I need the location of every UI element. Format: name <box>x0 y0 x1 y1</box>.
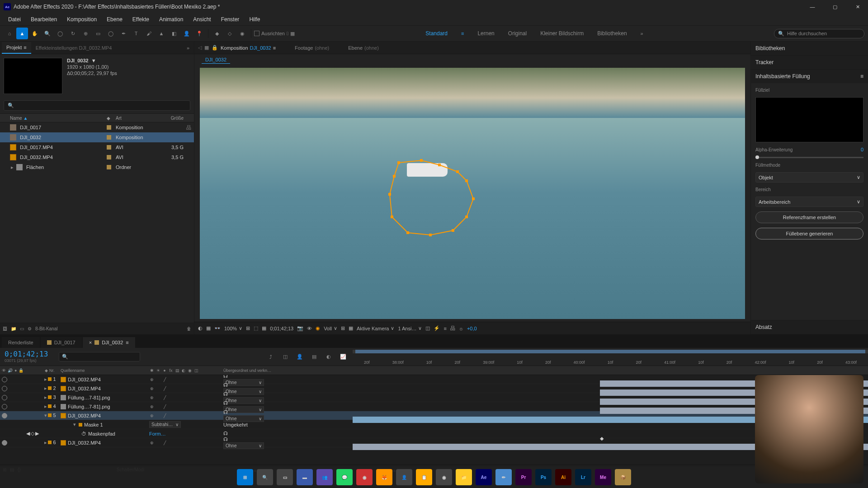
parent-select[interactable]: Ohne∨ <box>223 442 264 449</box>
menu-ansicht[interactable]: Ansicht <box>189 14 215 24</box>
anchor-tool[interactable]: ⊕ <box>80 28 91 39</box>
workspace-standard[interactable]: Standard <box>425 30 448 37</box>
project-item[interactable]: DJI_0032.MP4 AVI 3,5 G <box>0 152 194 162</box>
windows-taskbar[interactable]: ⊞ 🔍 ▭ ▬ 👥 💬 ◉ 🦊 👤 📋 ◉ 📁 Ae ✏ Pr Ps Ai Lr… <box>0 466 868 488</box>
breadcrumb-comp[interactable]: DJI_0032 <box>202 56 230 64</box>
visibility-toggle[interactable] <box>2 395 7 400</box>
new-folder-icon[interactable]: 📁 <box>11 326 16 331</box>
project-item[interactable]: ▸Flächen Ordner <box>0 162 194 172</box>
col-label[interactable]: ◆ <box>107 116 116 121</box>
layer-tab[interactable]: Ebene (ohne) <box>348 45 379 51</box>
puppet-tool[interactable]: 📍 <box>193 28 205 39</box>
panel-absatz[interactable]: Absatz <box>751 320 868 334</box>
shy-icon[interactable]: 👤 <box>294 351 306 363</box>
exposure-value[interactable]: +0,0 <box>467 326 477 331</box>
footage-tab[interactable]: Footage (ohne) <box>295 45 329 51</box>
rotate-tool[interactable]: ↻ <box>67 28 79 39</box>
task-view-button[interactable]: ▭ <box>277 469 293 485</box>
snapshot-icon[interactable]: 📷 <box>297 325 303 331</box>
panel-bibliotheken[interactable]: Bibliotheken <box>751 42 868 55</box>
orbit-tool[interactable]: ◯ <box>54 28 66 39</box>
bit-depth[interactable]: 8-Bit-Kanal <box>35 326 57 331</box>
whatsapp-button[interactable]: 💬 <box>336 469 353 485</box>
project-item[interactable]: DJI_0017.MP4 AVI 3,5 G <box>0 142 194 152</box>
menu-bearbeiten[interactable]: Bearbeiten <box>26 14 61 24</box>
add-keyframe-icon[interactable]: ◇ <box>31 431 34 436</box>
roi-icon[interactable]: ⬚ <box>254 325 258 331</box>
app-button[interactable]: 📦 <box>615 469 631 485</box>
label-swatch[interactable] <box>107 145 111 150</box>
project-item[interactable]: DJI_0032 Komposition <box>0 132 194 142</box>
app-button[interactable]: ✏ <box>495 469 512 485</box>
mask-shape-value[interactable]: Form… <box>149 431 166 436</box>
mask-icon[interactable]: 👓 <box>214 325 221 331</box>
label-swatch[interactable] <box>107 165 111 169</box>
show-snapshot-icon[interactable]: 👁 <box>307 326 312 331</box>
roto-tool[interactable]: 👤 <box>181 28 193 39</box>
menu-datei[interactable]: Datei <box>4 14 25 24</box>
work-area-bar[interactable] <box>355 350 866 353</box>
mask-path-row[interactable]: ◀◇▶ ⏱ Maskenpfad Form… ☊ ◆◆ <box>0 429 868 438</box>
camera-select[interactable]: Aktive Kamera ∨ <box>357 325 395 331</box>
menu-hilfe[interactable]: Hilfe <box>245 14 264 24</box>
composition-viewer[interactable] <box>194 65 750 322</box>
eraser-tool[interactable]: ◧ <box>168 28 180 39</box>
workspace-lernen[interactable]: Lernen <box>477 30 494 37</box>
minimize-button[interactable]: — <box>806 2 819 11</box>
app-button[interactable]: 📋 <box>416 469 432 485</box>
expression-pickwhip-icon[interactable]: ☊ <box>223 431 228 436</box>
obs-button[interactable]: ◉ <box>436 469 452 485</box>
collapse-layer-icon[interactable]: ▾ <box>43 413 48 418</box>
lightroom-button[interactable]: Lr <box>575 469 591 485</box>
explorer-button[interactable]: 📁 <box>456 469 472 485</box>
alpha-icon[interactable]: ◐ <box>198 325 203 331</box>
menu-komposition[interactable]: Komposition <box>62 14 101 24</box>
start-button[interactable]: ⊞ <box>237 469 253 485</box>
panel-menu-icon[interactable]: ≡ <box>860 73 863 80</box>
composition-mini-flowchart-icon[interactable]: ⤴ <box>265 351 277 363</box>
visibility-toggle[interactable] <box>2 440 7 446</box>
new-comp-icon[interactable]: ▭ <box>20 326 24 331</box>
collapse-mask-icon[interactable]: ▾ <box>72 422 77 427</box>
tab-timeline-dji0017[interactable]: DJI_0017 <box>41 337 82 348</box>
viewer-timecode[interactable]: 0;01;42;13 <box>270 326 293 331</box>
timeline-icon[interactable]: ≡ <box>443 326 446 331</box>
guides-icon[interactable]: ⊞ <box>341 325 345 331</box>
lock-icon[interactable]: 🔒 <box>212 45 218 51</box>
fill-method-select[interactable]: Objekt∨ <box>755 172 863 183</box>
stamp-tool[interactable]: ▲ <box>156 28 167 39</box>
premiere-button[interactable]: Pr <box>515 469 532 485</box>
snap-grid-icon[interactable]: ▦ <box>290 31 295 37</box>
safe-icon[interactable]: ▦ <box>349 325 353 331</box>
pixel-aspect-icon[interactable]: ◫ <box>425 325 430 331</box>
color-mgmt-icon[interactable]: ◉ <box>316 325 320 331</box>
zoom-select[interactable]: 100% ∨ <box>224 325 242 331</box>
panel-content-aware-fill[interactable]: Inhaltsbasierte Füllung≡ <box>751 70 868 83</box>
app-button[interactable]: ◉ <box>356 469 373 485</box>
tab-timeline-dji0032[interactable]: ×DJI_0032 ≡ <box>83 337 135 348</box>
mask-invert-label[interactable]: Umgekehrt <box>223 422 248 427</box>
type-tool[interactable]: T <box>130 28 142 39</box>
menu-effekte[interactable]: Effekte <box>128 14 154 24</box>
flowchart-icon[interactable]: 品 <box>186 124 191 131</box>
label-swatch[interactable] <box>107 135 111 140</box>
interpret-icon[interactable]: 🖼 <box>3 326 7 331</box>
col-art[interactable]: Art <box>116 116 156 121</box>
res-icon[interactable]: ⊞ <box>246 325 250 331</box>
brush-tool[interactable]: 🖌 <box>143 28 155 39</box>
exposure-reset-icon[interactable]: ☼ <box>459 326 463 331</box>
next-keyframe-icon[interactable]: ▶ <box>35 431 39 436</box>
close-tab-icon[interactable]: × <box>89 340 92 345</box>
keyframe-icon[interactable]: ◆ <box>600 436 604 441</box>
visibility-toggle[interactable] <box>2 404 7 409</box>
panel-tracker[interactable]: Tracker <box>751 56 868 69</box>
firefox-button[interactable]: 🦊 <box>376 469 392 485</box>
motion-blur-icon[interactable]: ◐ <box>323 351 335 363</box>
menu-fenster[interactable]: Fenster <box>217 14 244 24</box>
workspace-original[interactable]: Original <box>508 30 527 37</box>
snap-checkbox[interactable] <box>254 31 259 36</box>
photoshop-button[interactable]: Ps <box>535 469 552 485</box>
create-reference-frame-button[interactable]: Referenzframe erstellen <box>755 211 863 223</box>
flowchart-icon[interactable]: 品 <box>450 325 455 332</box>
transparency-icon[interactable]: ▦ <box>262 325 266 331</box>
